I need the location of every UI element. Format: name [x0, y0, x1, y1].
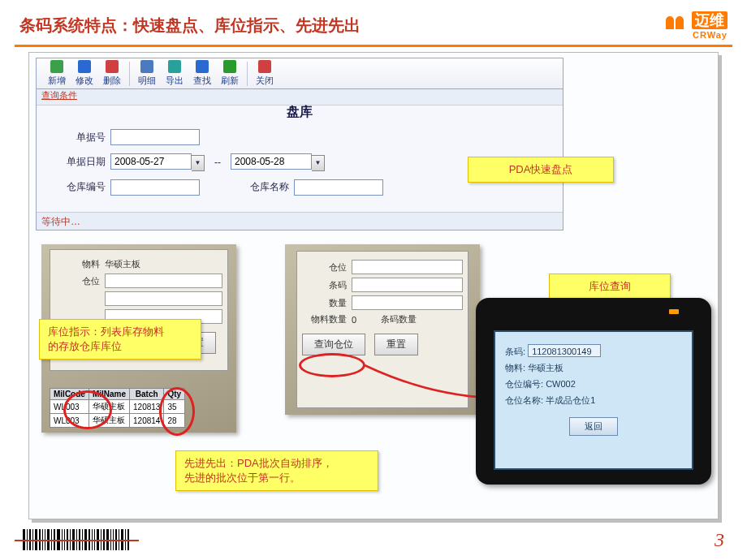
toolbar-明细[interactable]: 明细 — [138, 60, 156, 87]
pda3-loccode-value: CW002 — [546, 379, 576, 389]
callout-loc-indicator-l2: 的存放仓库库位 — [48, 339, 192, 354]
toolbar-label: 修改 — [76, 75, 93, 87]
whcode-label: 仓库编号 — [61, 180, 106, 194]
table-header: Batch — [130, 389, 164, 400]
whname-input[interactable] — [294, 179, 383, 196]
toolbar-icon — [78, 60, 91, 73]
pda1-material-label: 物料 — [55, 258, 100, 270]
toolbar-label: 导出 — [166, 75, 184, 87]
toolbar-label: 明细 — [138, 75, 156, 87]
whcode-input[interactable] — [110, 179, 200, 196]
toolbar-label: 新增 — [48, 75, 66, 87]
pda3-loccode-label: 仓位编号: — [505, 379, 543, 389]
page-number: 3 — [715, 529, 724, 551]
pda3-back-button[interactable]: 返回 — [569, 417, 618, 436]
form-caption: 盘库 — [37, 104, 563, 121]
table-header: MilName — [89, 389, 129, 400]
toolbar-icon — [140, 60, 153, 73]
pda2-bcqty-label: 条码数量 — [381, 313, 417, 325]
toolbar-删除[interactable]: 删除 — [103, 60, 121, 87]
toolbar-新增[interactable]: 新增 — [48, 60, 66, 87]
toolbar-关闭[interactable]: 关闭 — [256, 60, 274, 87]
toolbar-修改[interactable]: 修改 — [76, 60, 93, 87]
photo-pda-device: 条码: 112081300149 物料: 华硕主板 仓位编号: CW002 仓位… — [476, 298, 711, 485]
callout-loc-indicator: 库位指示：列表库存物料 的存放仓库库位 — [39, 319, 201, 360]
photo-pda-query: 仓位 条码 数量 物料数量 0 条码数量 查询仓位 重置 — [285, 244, 480, 415]
callout-fifo: 先进先出：PDA批次自动排序， 先进的批次位于第一行。 — [175, 450, 378, 491]
pda1-extra-input-1[interactable] — [105, 291, 222, 306]
toolbar-label: 查找 — [193, 75, 211, 87]
pda1-loc-label: 仓位 — [55, 275, 100, 287]
status-waiting: 等待中… — [37, 212, 563, 230]
footer-barcode-icon — [23, 528, 131, 552]
pda3-barcode-label: 条码: — [505, 347, 525, 356]
toolbar-icon — [168, 60, 181, 73]
pda3-material-value: 华硕主板 — [528, 363, 563, 373]
toolbar-icon — [50, 60, 63, 73]
date-to-dropdown[interactable]: ▼ — [312, 155, 325, 171]
table-row: WL003华硕主板12081428 — [50, 414, 185, 428]
toolbar-查找[interactable]: 查找 — [193, 60, 211, 87]
pda3-barcode-value: 112081300149 — [528, 344, 601, 357]
toolbar-导出[interactable]: 导出 — [166, 60, 184, 87]
logo-cn: 迈维 — [692, 11, 728, 29]
date-from-dropdown[interactable]: ▼ — [192, 155, 205, 171]
pda2-barcode-input[interactable] — [352, 278, 463, 292]
pda2-barcode-label: 条码 — [302, 279, 347, 291]
table-row: WL003华硕主板12081335 — [50, 400, 185, 414]
table-header: Qty — [164, 389, 185, 400]
toolbar-label: 刷新 — [221, 75, 239, 87]
pda2-loc-label: 仓位 — [302, 261, 347, 274]
pda2-qty-input[interactable] — [352, 295, 463, 310]
content-panel: 新增修改删除明细导出查找刷新关闭 查询条件 盘库 单据号 单据日期 ▼ -- ▼… — [28, 52, 719, 519]
toolbar-label: 删除 — [103, 75, 121, 87]
order-label: 单据号 — [61, 131, 106, 144]
toolbar-icon — [258, 60, 271, 73]
pda2-matqty-label: 物料数量 — [302, 313, 347, 325]
pda2-matqty-value: 0 — [352, 315, 371, 325]
pda2-qty-label: 数量 — [302, 297, 347, 309]
callout-fifo-l2: 先进的批次位于第一行。 — [184, 471, 369, 485]
date-from-input[interactable] — [110, 153, 192, 170]
date-to-input[interactable] — [231, 153, 312, 170]
pda2-reset-button[interactable]: 重置 — [374, 334, 418, 355]
pda1-loc-input[interactable] — [105, 274, 222, 288]
logo-en: CRWay — [663, 31, 728, 40]
callout-loc-indicator-l1: 库位指示：列表库存物料 — [48, 325, 192, 339]
pda1-result-table: MilCodeMilNameBatchQtyWL003华硕主板12081335W… — [50, 388, 185, 428]
toolbar-icon — [196, 60, 209, 73]
pda2-query-button[interactable]: 查询仓位 — [302, 334, 365, 355]
toolbar-label: 关闭 — [256, 75, 274, 87]
query-conditions-link[interactable]: 查询条件 — [37, 89, 563, 106]
pda3-screen: 条码: 112081300149 物料: 华硕主板 仓位编号: CW002 仓位… — [494, 330, 693, 470]
header-divider — [15, 45, 732, 47]
table-header: MilCode — [50, 389, 89, 400]
whname-label: 仓库名称 — [232, 180, 289, 194]
callout-loc-query: 库位查询 — [549, 274, 671, 299]
page-title: 条码系统特点：快速盘点、库位指示、先进先出 — [19, 15, 361, 37]
date-label: 单据日期 — [61, 155, 106, 169]
pda1-material-value: 华硕主板 — [105, 258, 140, 270]
pda2-loc-input[interactable] — [352, 260, 463, 274]
callout-pda-count: PDA快速盘点 — [468, 157, 614, 183]
date-range-dash: -- — [214, 157, 221, 168]
brand-logo: 迈维 CRWay — [663, 11, 728, 40]
app-toolbar: 新增修改删除明细导出查找刷新关闭 — [37, 58, 563, 89]
pda3-material-label: 物料: — [505, 363, 525, 373]
callout-fifo-l1: 先进先出：PDA批次自动排序， — [184, 456, 369, 471]
pda3-locname-value: 半成品仓位1 — [546, 395, 595, 405]
toolbar-icon — [106, 60, 119, 73]
order-input[interactable] — [110, 129, 200, 145]
pda-led-icon — [669, 309, 679, 314]
toolbar-刷新[interactable]: 刷新 — [221, 60, 239, 87]
pda3-locname-label: 仓位名称: — [505, 395, 543, 405]
toolbar-icon — [223, 60, 236, 73]
